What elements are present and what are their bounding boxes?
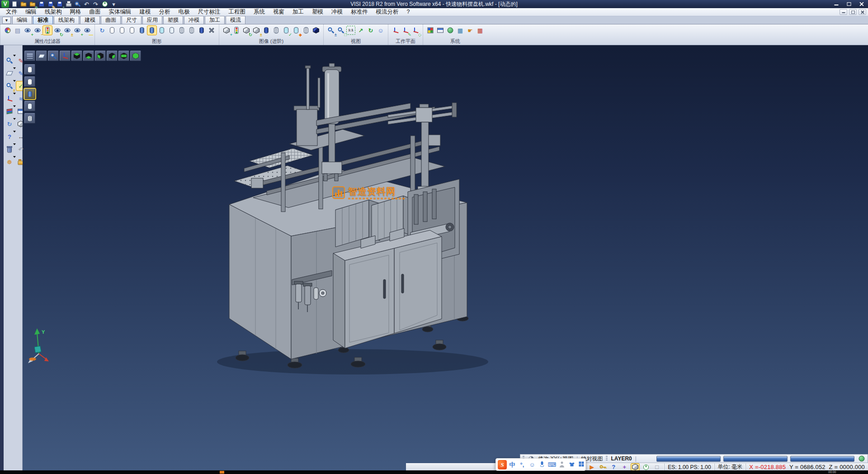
menu-item[interactable]: 工程图 xyxy=(225,8,250,16)
hidden-line-mode-button[interactable] xyxy=(24,76,35,87)
ribbon-tab[interactable]: 编辑 xyxy=(12,16,32,24)
dynamic-view-icon[interactable] xyxy=(631,464,639,470)
hidden-line-view-icon[interactable] xyxy=(118,26,127,35)
mdi-restore-button[interactable] xyxy=(849,9,857,15)
ucs-marker-icon[interactable]: + xyxy=(620,464,628,470)
view-iso-button[interactable] xyxy=(130,51,141,61)
zoom-view-icon[interactable] xyxy=(48,51,59,61)
layer-color-bar-1[interactable] xyxy=(656,456,721,462)
zoom-scale-icon[interactable]: 1:1 xyxy=(346,26,355,35)
axes-view-icon[interactable] xyxy=(60,51,71,61)
menu-item[interactable]: 网格 xyxy=(66,8,85,16)
visi-logo[interactable]: V xyxy=(1,0,9,8)
shading-filter-icon[interactable] xyxy=(232,26,241,35)
hatched-mode-button[interactable] xyxy=(24,113,35,123)
select-zoom-icon[interactable] xyxy=(5,56,14,65)
units-label[interactable]: 单位: 毫米 xyxy=(714,464,746,470)
menu-item[interactable]: 冲模 xyxy=(327,8,347,16)
shaded-mode-button[interactable] xyxy=(24,89,35,99)
workplane-align-icon[interactable]: ◇ xyxy=(411,26,420,35)
ime-punctuation-icon[interactable]: °, xyxy=(518,460,527,469)
ribbon-tab[interactable]: 尺寸 xyxy=(122,16,142,24)
toggle-visibility-icon[interactable]: ± xyxy=(63,26,72,35)
menu-item[interactable]: 模流分析 xyxy=(372,8,403,16)
wireframe-view-icon[interactable] xyxy=(108,26,117,35)
menu-item[interactable]: ? xyxy=(403,8,414,16)
close-button[interactable] xyxy=(857,0,867,7)
ribbon-tab[interactable]: 应用 xyxy=(142,16,162,24)
print-icon[interactable] xyxy=(65,0,72,8)
zoom-options-icon[interactable]: ± xyxy=(5,81,14,90)
ime-skin-icon[interactable] xyxy=(567,460,576,469)
pan-view-icon[interactable]: ↗ xyxy=(356,26,365,35)
key-icon[interactable] xyxy=(599,464,607,470)
open-file-icon[interactable] xyxy=(19,0,27,8)
view-front-button[interactable] xyxy=(118,51,129,61)
workplane-axes-icon[interactable] xyxy=(5,94,14,103)
viewport-menu-icon[interactable] xyxy=(24,51,35,61)
toolbar-options-caret[interactable]: ▾ xyxy=(110,0,118,8)
copy-attributes-icon[interactable]: ▤ xyxy=(13,26,22,35)
hide-all-icon[interactable]: — xyxy=(83,26,92,35)
transparent-mode-button[interactable] xyxy=(24,101,35,111)
ghost-view-icon[interactable] xyxy=(167,26,176,35)
selection-filter-icon[interactable]: ☛ xyxy=(466,26,475,35)
preview-icon[interactable] xyxy=(74,0,81,8)
undo-icon[interactable]: ↶ xyxy=(83,0,90,8)
modify-attributes-icon[interactable] xyxy=(3,26,12,35)
menu-item[interactable]: 电极 xyxy=(175,8,194,16)
tab-dropdown-button[interactable]: ▼ xyxy=(2,17,11,24)
viewport-3d[interactable]: 智造资料网 Y xyxy=(23,45,868,470)
rotate-view-icon[interactable]: ↻ xyxy=(366,26,375,35)
timer-clock-icon[interactable] xyxy=(642,464,650,470)
transparent-view-icon[interactable] xyxy=(157,26,166,35)
solid-mesh-icon[interactable] xyxy=(272,26,281,35)
dashed-view-icon[interactable] xyxy=(127,26,137,35)
ribbon-tab[interactable]: 加工 xyxy=(205,16,225,24)
ribbon-tab[interactable]: 曲面 xyxy=(101,16,121,24)
save-as-icon[interactable]: ✎ xyxy=(47,0,54,8)
menu-item[interactable]: 标准件 xyxy=(347,8,372,16)
ribbon-tab[interactable]: 冲模 xyxy=(184,16,204,24)
help-icon[interactable]: ? xyxy=(5,132,14,141)
delete-icon[interactable] xyxy=(5,145,14,154)
shaded-view-icon[interactable] xyxy=(137,26,146,35)
ribbon-tab[interactable]: 建模 xyxy=(80,16,100,24)
mesh-view-icon[interactable] xyxy=(187,26,196,35)
ime-toolbox-icon[interactable] xyxy=(577,460,586,469)
attribute-library-icon[interactable] xyxy=(5,107,14,116)
ime-language-icon[interactable]: 中 xyxy=(508,460,517,469)
graphics-tools-icon[interactable] xyxy=(207,26,216,35)
ime-mic-icon[interactable] xyxy=(538,460,547,469)
ime-emoji-icon[interactable]: ☺ xyxy=(528,460,537,469)
view-bottom-button[interactable] xyxy=(83,51,94,61)
ime-person-icon[interactable] xyxy=(557,460,566,469)
mesh-solid-icon[interactable] xyxy=(302,26,311,35)
menu-item[interactable]: 分析 xyxy=(155,8,175,16)
context-help-icon[interactable]: ? xyxy=(609,464,618,470)
menu-item[interactable]: 系统 xyxy=(250,8,269,16)
workplane-standard-icon[interactable] xyxy=(391,26,400,35)
system-settings-icon[interactable] xyxy=(446,26,455,35)
plane-create-icon[interactable] xyxy=(5,69,14,78)
menu-item[interactable]: 视窗 xyxy=(269,8,288,16)
view-orientation-icon[interactable]: ☺ xyxy=(376,26,385,35)
view-top-button[interactable] xyxy=(71,51,82,61)
wireframe-mode-button[interactable] xyxy=(24,64,35,75)
layer-color-bar-3[interactable] xyxy=(790,456,854,462)
menu-item[interactable]: 建模 xyxy=(136,8,155,16)
new-file-icon[interactable] xyxy=(10,0,18,8)
render-mode-icon[interactable] xyxy=(197,26,206,35)
tag-solid-icon[interactable]: ◆ xyxy=(292,26,301,35)
refresh-visibility-icon[interactable]: ↻ xyxy=(53,26,62,35)
menu-item[interactable]: 编辑 xyxy=(21,8,41,16)
regen-icon[interactable]: ↻ xyxy=(5,119,14,128)
menu-item[interactable]: 加工 xyxy=(288,8,308,16)
iso-cube-icon[interactable] xyxy=(311,26,321,35)
view-right-button[interactable] xyxy=(107,51,118,61)
workplane-icon[interactable] xyxy=(36,51,47,61)
ribbon-tab[interactable]: 塑膜 xyxy=(163,16,183,24)
regenerate-icon[interactable]: ↻ xyxy=(98,26,107,35)
save-icon[interactable] xyxy=(38,0,45,8)
hatched-view-icon[interactable] xyxy=(177,26,186,35)
